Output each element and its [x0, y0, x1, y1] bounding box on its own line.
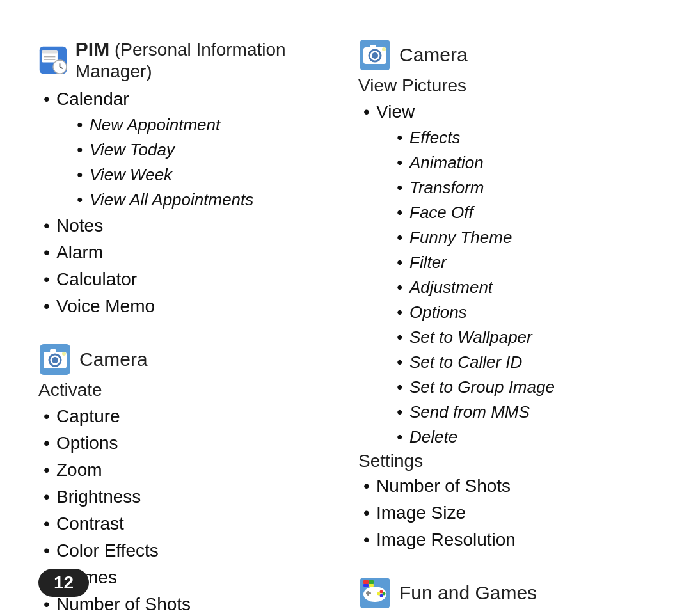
- list-item: Funny Theme: [376, 225, 653, 250]
- pim-title: PIM (Personal Information Manager): [75, 38, 333, 82]
- svg-rect-28: [363, 580, 369, 584]
- list-item: Delete: [376, 425, 653, 450]
- fun-games-plain: Album Sounds Pictures Games: [358, 613, 653, 616]
- list-item: Animation: [376, 150, 653, 175]
- fun-games-section: Fun and Games Album Sounds Pictures Game…: [358, 576, 653, 616]
- svg-rect-18: [370, 45, 376, 48]
- list-item: New Appointment: [56, 113, 333, 138]
- list-item: Number of Shots: [358, 473, 653, 500]
- camera-activate-subtitle: Activate: [38, 380, 333, 400]
- list-item: Transform: [376, 175, 653, 200]
- list-item: View Today: [56, 138, 333, 162]
- svg-point-26: [380, 594, 383, 597]
- camera-view-title: Camera: [399, 44, 468, 66]
- list-item: Set to Group Image: [376, 375, 653, 400]
- list-item: Zoom: [38, 457, 333, 484]
- calendar-sublist: New Appointment View Today View Week Vie…: [56, 113, 333, 212]
- list-item: Capture: [38, 403, 333, 430]
- list-item: Options: [38, 430, 333, 457]
- list-item: Alarm: [38, 239, 333, 266]
- list-item: Brightness: [38, 484, 333, 510]
- fun-games-icon: [358, 576, 392, 610]
- list-item: Face Off: [376, 200, 653, 225]
- fun-games-title: Fun and Games: [399, 582, 537, 604]
- svg-point-27: [377, 592, 381, 596]
- list-item: View All Appointments: [56, 187, 333, 212]
- pim-header: PIM (Personal Information Manager): [38, 38, 333, 82]
- list-item: Send from MMS: [376, 400, 653, 425]
- page: PIM (Personal Information Manager) Calen…: [0, 0, 691, 616]
- list-item: Voice Memo: [38, 293, 333, 320]
- svg-point-25: [383, 592, 386, 596]
- camera-activate-title: Camera: [79, 349, 148, 370]
- svg-point-24: [380, 590, 383, 594]
- list-item: Notes: [38, 212, 333, 239]
- list-item: Contrast: [38, 510, 333, 537]
- svg-rect-31: [369, 584, 374, 587]
- svg-rect-12: [50, 349, 56, 352]
- camera-view-list: View Effects Animation Transform Face Of…: [358, 99, 653, 450]
- list-item: Calculator: [38, 266, 333, 293]
- svg-point-13: [62, 352, 66, 356]
- list-item: Options: [376, 300, 653, 325]
- list-item: Adjustment: [376, 275, 653, 300]
- list-item: Effects: [376, 125, 653, 150]
- view-sublist: Effects Animation Transform Face Off Fun…: [376, 125, 653, 450]
- settings-list: Number of Shots Image Size Image Resolut…: [358, 473, 653, 553]
- right-column: Camera View Pictures View Effects Animat…: [358, 38, 653, 616]
- camera-view-section: Camera View Pictures View Effects Animat…: [358, 38, 653, 553]
- list-item: View Effects Animation Transform Face Of…: [358, 99, 653, 450]
- list-item: Color Effects: [38, 537, 333, 564]
- camera-view-header: Camera: [358, 38, 653, 72]
- fun-games-header: Fun and Games: [358, 576, 653, 610]
- camera-view-subtitle: View Pictures: [358, 75, 653, 96]
- camera-activate-icon: [38, 343, 72, 376]
- svg-rect-23: [367, 591, 369, 596]
- svg-point-17: [372, 52, 378, 59]
- svg-rect-29: [369, 580, 374, 584]
- svg-rect-2: [42, 50, 58, 53]
- svg-point-19: [382, 47, 386, 51]
- list-item: Number of Shots: [38, 591, 333, 616]
- camera-activate-header: Camera: [38, 343, 333, 376]
- pim-section: PIM (Personal Information Manager) Calen…: [38, 38, 333, 616]
- svg-point-11: [52, 357, 58, 363]
- list-item: Filter: [376, 250, 653, 275]
- settings-label: Settings: [358, 451, 653, 471]
- list-item: Image Size: [358, 500, 653, 526]
- list-item: Calendar New Appointment View Today View…: [38, 86, 333, 212]
- page-number: 12: [38, 569, 89, 597]
- list-item: Set to Caller ID: [376, 350, 653, 375]
- list-item: Image Resolution: [358, 526, 653, 553]
- list-item: View Week: [56, 162, 333, 187]
- list-item: Set to Wallpaper: [376, 325, 653, 350]
- svg-rect-30: [363, 584, 369, 587]
- pim-icon: [38, 43, 68, 77]
- camera-view-icon: [358, 38, 392, 72]
- pim-list: Calendar New Appointment View Today View…: [38, 86, 333, 320]
